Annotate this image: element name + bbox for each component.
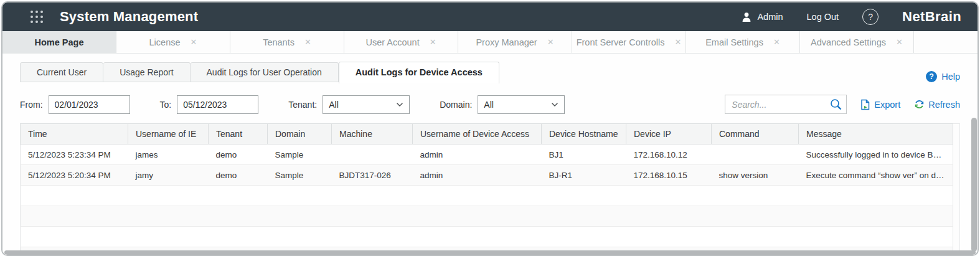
subtab-label: Usage Report [120, 67, 173, 77]
admin-label: Admin [757, 12, 783, 22]
horizontal-scrollbar[interactable] [4, 250, 976, 255]
domain-select[interactable]: All [478, 95, 565, 114]
from-date-input[interactable] [49, 95, 130, 114]
tab-front-server-controlls[interactable]: Front Server Controlls ✕ [572, 31, 686, 53]
cell-device-hostname: BJ1 [542, 145, 626, 165]
col-device-hostname[interactable]: Device Hostname [542, 124, 626, 145]
refresh-button[interactable]: Refresh [914, 99, 960, 110]
tab-strip-filler [914, 31, 978, 53]
cell-command: show version [712, 165, 799, 186]
empty-table-row [21, 186, 953, 206]
window-tab-strip: Home Page License ✕ Tenants ✕ User Accou… [2, 31, 978, 54]
table-scrollbar-gutter[interactable] [953, 123, 960, 256]
cell-message: Execute command “show ver” on device B..… [799, 165, 953, 186]
tab-tenants[interactable]: Tenants ✕ [230, 31, 344, 53]
subtab-usage-report[interactable]: Usage Report [103, 62, 190, 82]
chevron-down-icon [551, 102, 558, 107]
subtab-label: Audit Logs for Device Access [356, 67, 483, 77]
subtab-row: Current User Usage Report Audit Logs for… [20, 62, 960, 82]
close-icon[interactable]: ✕ [304, 37, 311, 47]
to-label: To: [160, 100, 172, 110]
cell-username-of-ie: james [128, 145, 209, 165]
subtab-audit-logs-user-operation[interactable]: Audit Logs for User Operation [191, 62, 339, 82]
close-icon[interactable]: ✕ [430, 37, 436, 47]
table-row[interactable]: 5/12/2023 5:23:34 PM james demo Sample a… [21, 145, 953, 165]
tab-label: License [149, 37, 181, 47]
close-icon[interactable]: ✕ [773, 37, 780, 47]
apps-grid-icon[interactable] [30, 10, 44, 24]
col-command[interactable]: Command [712, 124, 799, 145]
domain-select-value: All [484, 100, 551, 110]
search-box [725, 95, 847, 114]
tab-proxy-manager[interactable]: Proxy Manager ✕ [458, 31, 572, 53]
cell-device-ip: 172.168.10.12 [626, 145, 712, 165]
col-tenant[interactable]: Tenant [209, 124, 268, 145]
to-date-input[interactable] [177, 95, 258, 114]
cell-time: 5/12/2023 5:23:34 PM [21, 145, 128, 165]
tab-advanced-settings[interactable]: Advanced Settings ✕ [800, 31, 914, 53]
tab-label: Front Server Controlls [577, 37, 665, 47]
tenant-label: Tenant: [288, 100, 317, 110]
user-icon [742, 12, 751, 22]
cell-machine [332, 145, 413, 165]
top-bar-right: Admin Log Out ? NetBrain [742, 9, 961, 25]
cell-tenant: demo [209, 165, 268, 186]
cell-command [712, 145, 799, 165]
audit-log-table: Time Username of IE Tenant Domain Machin… [20, 123, 953, 256]
filter-row: From: To: Tenant: All Domain: All [20, 95, 960, 114]
col-username-of-device-access[interactable]: Username of Device Access [413, 124, 542, 145]
tab-label: Tenants [263, 37, 294, 47]
table-row[interactable]: 5/12/2023 5:20:34 PM jamy demo Sample BJ… [21, 165, 953, 186]
system-management-window: System Management Admin Log Out ? NetBra… [1, 1, 979, 256]
admin-user-menu[interactable]: Admin [742, 12, 783, 22]
tab-label: Advanced Settings [811, 37, 886, 47]
tenant-select-value: All [329, 100, 396, 110]
home-page-content: Current User Usage Report Audit Logs for… [2, 54, 978, 256]
top-bar: System Management Admin Log Out ? NetBra… [2, 2, 978, 31]
col-message[interactable]: Message [799, 124, 953, 145]
cell-domain: Sample [268, 165, 332, 186]
audit-log-table-zone: Time Username of IE Tenant Domain Machin… [20, 123, 960, 256]
col-domain[interactable]: Domain [268, 124, 332, 145]
chevron-down-icon [396, 102, 403, 107]
tab-license[interactable]: License ✕ [116, 31, 230, 53]
refresh-icon [914, 99, 925, 110]
tab-email-settings[interactable]: Email Settings ✕ [686, 31, 800, 53]
netbrain-logo: NetBrain [902, 9, 961, 25]
close-icon[interactable]: ✕ [547, 37, 554, 47]
empty-table-row [21, 206, 953, 227]
subtab-current-user[interactable]: Current User [20, 62, 103, 82]
col-username-of-ie[interactable]: Username of IE [128, 124, 209, 145]
cell-message: Successfully logged in to device BJ1 via… [799, 145, 953, 165]
vertical-scrollbar[interactable] [971, 118, 977, 252]
subtab-label: Current User [37, 67, 87, 77]
close-icon[interactable]: ✕ [674, 37, 681, 47]
tab-label: Proxy Manager [476, 37, 537, 47]
export-button[interactable]: Export [860, 99, 900, 110]
cell-time: 5/12/2023 5:20:34 PM [21, 165, 128, 186]
logout-button[interactable]: Log Out [807, 12, 839, 22]
search-input[interactable] [725, 95, 847, 114]
empty-table-row [21, 227, 953, 247]
table-header-row: Time Username of IE Tenant Domain Machin… [21, 124, 953, 145]
tab-user-account[interactable]: User Account ✕ [344, 31, 458, 53]
tab-label: Email Settings [705, 37, 763, 47]
search-icon[interactable] [829, 98, 842, 111]
subtab-audit-logs-device-access[interactable]: Audit Logs for Device Access [339, 62, 499, 83]
tab-home-page[interactable]: Home Page [2, 31, 116, 53]
col-machine[interactable]: Machine [332, 124, 413, 145]
close-icon[interactable]: ✕ [191, 37, 197, 47]
cell-machine: BJDT317-026 [332, 165, 413, 186]
cell-device-hostname: BJ-R1 [542, 165, 626, 186]
cell-username-of-device-access: admin [413, 145, 542, 165]
refresh-label: Refresh [928, 100, 960, 110]
help-link[interactable]: ? Help [926, 71, 960, 82]
tenant-select[interactable]: All [323, 95, 410, 114]
domain-label: Domain: [440, 100, 472, 110]
col-device-ip[interactable]: Device IP [626, 124, 712, 145]
close-icon[interactable]: ✕ [896, 37, 903, 47]
cell-username-of-ie: jamy [128, 165, 209, 186]
cell-domain: Sample [268, 145, 332, 165]
col-time[interactable]: Time [21, 124, 128, 145]
help-question-icon[interactable]: ? [862, 9, 879, 25]
